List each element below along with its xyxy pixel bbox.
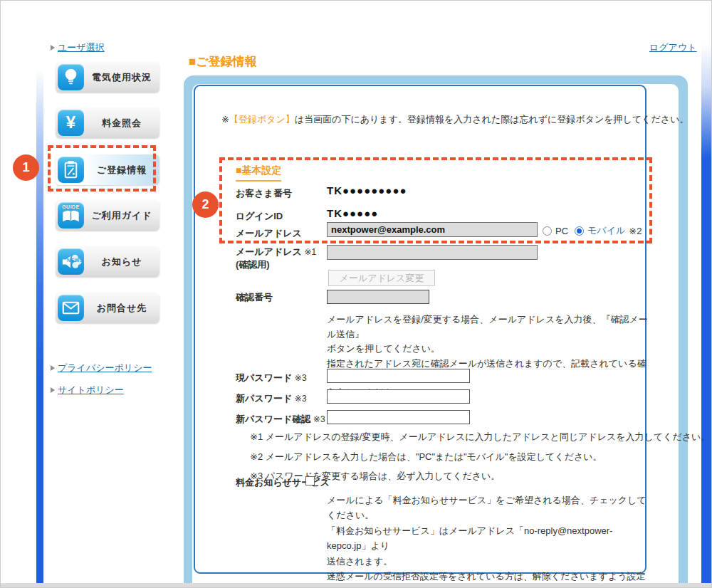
sidebar-item-label: 料金照会 bbox=[84, 117, 159, 130]
news-badge: NEWS bbox=[62, 258, 88, 263]
new-password-confirm-label: 新パスワード確認 ※3 bbox=[236, 413, 325, 426]
guide-book-icon: GUIDE bbox=[58, 202, 84, 229]
bulb-icon bbox=[58, 64, 84, 90]
triangle-bullet-icon bbox=[51, 387, 55, 393]
email-change-description: メールアドレスを登録/変更する場合、メールアドレスを入力後、『確認メール送信』 … bbox=[327, 313, 651, 400]
logout-link[interactable]: ログアウト bbox=[649, 41, 697, 54]
current-password-label: 現パスワード ※3 bbox=[236, 372, 307, 384]
customer-number-value: TK●●●●●●●●● bbox=[327, 184, 407, 196]
sidebar-item-label: ご登録情報 bbox=[84, 164, 159, 177]
new-password-confirm-input[interactable] bbox=[327, 410, 470, 424]
notice-suffix: は当画面の下にあります。登録情報を入力された際は忘れずに登録ボタンを押してくださ… bbox=[295, 114, 689, 125]
fee-notice-service-label: 料金お知らせサービス bbox=[236, 476, 330, 489]
new-password-confirm-note: ※3 bbox=[313, 414, 325, 424]
current-password-note: ※3 bbox=[295, 373, 307, 383]
news-speaker-icon: NEWS bbox=[58, 248, 84, 275]
radio-pc[interactable] bbox=[543, 226, 552, 236]
customer-number-label: お客さま番号 bbox=[236, 187, 292, 200]
fee-notice-description: メールによる「料金お知らせサービス」をご希望される場合、チェックしてください。 … bbox=[327, 493, 651, 588]
mail-icon bbox=[58, 295, 84, 321]
sidebar-item-label: 電気使用状況 bbox=[84, 71, 159, 84]
basic-settings-heading: ■基本設定 bbox=[236, 164, 281, 182]
user-select-link[interactable]: ユーザ選択 bbox=[58, 42, 105, 53]
sidebar-item-contact[interactable]: お問合せ先 bbox=[56, 293, 159, 323]
page-title: ■ご登録情報 bbox=[189, 53, 257, 70]
annotation-step-2: 2 bbox=[192, 191, 219, 218]
new-password-confirm-label-text: 新パスワード確認 bbox=[236, 414, 310, 424]
new-password-label-text: 新パスワード bbox=[236, 393, 292, 404]
sidebar-item-fee-inquiry[interactable]: ¥ 料金照会 bbox=[56, 107, 159, 138]
current-password-label-text: 現パスワード bbox=[236, 372, 292, 383]
footnote-1: ※1 メールアドレスの登録/変更時、メールアドレスに入力したアドレスと同じアドレ… bbox=[250, 431, 710, 443]
new-password-input[interactable] bbox=[327, 389, 470, 404]
left-gradient-bar bbox=[36, 68, 43, 588]
yen-glyph: ¥ bbox=[58, 112, 84, 132]
email-confirm-label: メールアドレス ※1 bbox=[236, 246, 316, 258]
sidebar-item-user-guide[interactable]: GUIDE ご利用ガイド bbox=[56, 200, 159, 231]
email-confirm-label2: (確認用) bbox=[236, 258, 270, 271]
email-confirm-note: ※1 bbox=[304, 247, 316, 257]
radio-pc-label: PC bbox=[555, 226, 568, 236]
annotation-step-1: 1 bbox=[13, 154, 39, 181]
email-label: メールアドレス bbox=[236, 227, 302, 240]
yen-icon: ¥ bbox=[58, 110, 84, 136]
confirm-number-label: 確認番号 bbox=[236, 291, 273, 304]
guide-badge: GUIDE bbox=[58, 204, 84, 209]
notice-prefix: ※ bbox=[221, 114, 229, 125]
site-policy-row: サイトポリシー bbox=[51, 383, 124, 397]
sidebar-item-label: ご利用ガイド bbox=[84, 209, 159, 222]
sidebar-item-label: お知らせ bbox=[84, 256, 159, 268]
privacy-policy-link[interactable]: プライバシーポリシー bbox=[58, 362, 152, 373]
footnote-2: ※2 メールアドレスを入力した場合は、"PC"または"モバイル"を設定してくださ… bbox=[250, 451, 710, 463]
sidebar-item-registration-info[interactable]: ご登録情報 bbox=[56, 154, 159, 185]
login-id-value: TK●●●●● bbox=[327, 207, 378, 219]
triangle-bullet-icon bbox=[51, 45, 55, 51]
radio-mobile[interactable] bbox=[575, 226, 584, 236]
new-password-note: ※3 bbox=[295, 394, 307, 404]
email-confirm-label-text: メールアドレス bbox=[236, 246, 302, 257]
change-email-button[interactable]: メールアドレス変更 bbox=[328, 270, 435, 286]
user-select-link-row: ユーザ選択 bbox=[51, 41, 105, 54]
fee-notice-service-checkbox[interactable] bbox=[305, 476, 315, 485]
triangle-bullet-icon bbox=[51, 365, 55, 371]
register-button-notice: ※【登録ボタン】は当画面の下にあります。登録情報を入力された際は忘れずに登録ボタ… bbox=[221, 113, 689, 126]
registration-info-page: ユーザ選択 ログアウト 電気使用状況 ¥ 料金照会 ご登録情報 GUIDE ご利… bbox=[0, 0, 712, 588]
sidebar-item-label: お問合せ先 bbox=[84, 302, 159, 315]
login-id-label: ログインID bbox=[236, 210, 283, 223]
current-password-input[interactable] bbox=[327, 369, 470, 383]
notice-highlight: 【登録ボタン】 bbox=[229, 114, 295, 125]
email-type-radio-group: PC モバイル ※2 bbox=[543, 224, 642, 237]
privacy-policy-row: プライバシーポリシー bbox=[51, 361, 152, 374]
page-bottom-strip bbox=[1, 583, 712, 588]
confirm-number-input[interactable] bbox=[327, 290, 429, 304]
sidebar-item-electric-usage[interactable]: 電気使用状況 bbox=[56, 62, 159, 93]
radio-mobile-label: モバイル bbox=[587, 224, 625, 237]
email-input[interactable] bbox=[327, 222, 538, 237]
clipboard-icon bbox=[58, 157, 84, 183]
sidebar-item-news[interactable]: NEWS お知らせ bbox=[56, 246, 159, 277]
site-policy-link[interactable]: サイトポリシー bbox=[58, 384, 124, 395]
right-gradient-bar bbox=[701, 43, 712, 588]
radio-note: ※2 bbox=[629, 226, 642, 236]
new-password-label: 新パスワード ※3 bbox=[236, 392, 307, 405]
email-confirm-input[interactable] bbox=[327, 245, 538, 260]
